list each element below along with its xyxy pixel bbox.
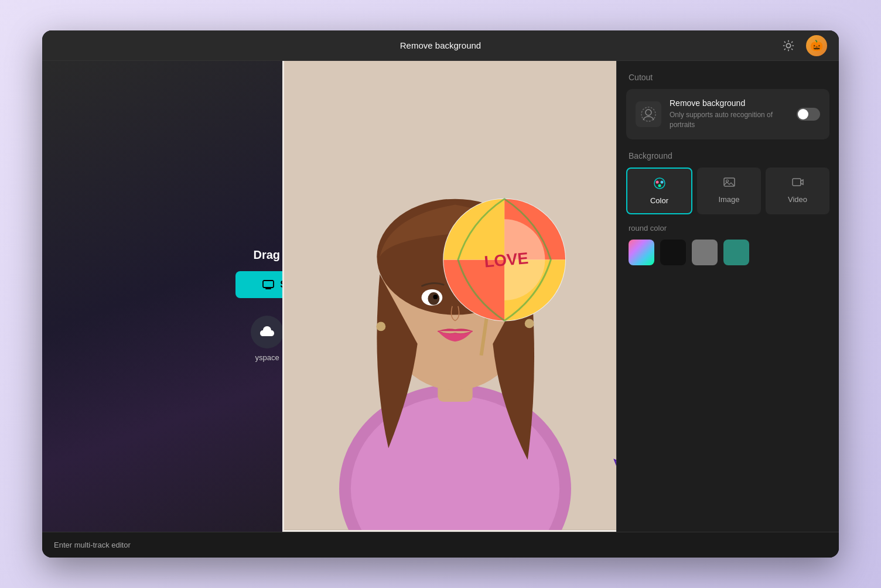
image-tab-label: Image — [718, 195, 739, 204]
color-section: round color — [617, 214, 839, 275]
svg-point-22 — [428, 292, 439, 305]
video-tab-icon — [791, 176, 804, 192]
image-tab-icon — [723, 176, 736, 192]
bottom-bar: Enter multi-track editor — [42, 532, 839, 558]
yspace-label: yspace — [255, 353, 279, 362]
svg-line-6 — [791, 49, 793, 50]
svg-point-43 — [726, 180, 728, 182]
bg-tab-image[interactable]: Image — [697, 167, 761, 214]
main-content: Drag and drop a video here Select from t… — [42, 61, 839, 532]
portrait-photo: LOVE — [284, 61, 616, 530]
color-tab-label: Color — [650, 196, 668, 205]
photo-overlay: LOVE — [282, 61, 616, 532]
svg-rect-10 — [263, 281, 274, 288]
cutout-info: Remove background Only supports auto rec… — [670, 98, 788, 130]
video-tab-label: Video — [788, 195, 807, 204]
bg-tab-video[interactable]: Video — [766, 167, 829, 214]
titlebar: Remove background 🎃 — [42, 30, 839, 61]
svg-point-40 — [660, 180, 663, 183]
color-swatches — [629, 240, 827, 265]
svg-point-28 — [376, 322, 385, 331]
app-window: Remove background 🎃 — [42, 30, 839, 558]
cutout-title: Remove background — [670, 98, 788, 108]
color-tab-icon — [653, 177, 666, 193]
svg-point-24 — [433, 295, 438, 299]
light-icon-btn[interactable] — [779, 36, 798, 55]
enter-editor-text[interactable]: Enter multi-track editor — [54, 541, 131, 549]
titlebar-actions: 🎃 — [779, 35, 827, 56]
svg-point-41 — [658, 184, 661, 187]
gray-swatch[interactable] — [692, 240, 718, 265]
background-tabs: Color Image — [626, 167, 829, 214]
black-swatch[interactable] — [660, 240, 686, 265]
user-avatar[interactable]: 🎃 — [806, 35, 827, 56]
svg-line-8 — [791, 41, 793, 42]
svg-point-29 — [525, 319, 534, 329]
remove-bg-toggle[interactable] — [797, 108, 820, 121]
portrait-icon — [636, 101, 661, 127]
svg-rect-44 — [793, 179, 801, 186]
upload-panel: Drag and drop a video here Select from t… — [42, 61, 616, 532]
bg-tab-color[interactable]: Color — [626, 167, 692, 214]
cutout-card: Remove background Only supports auto rec… — [626, 89, 829, 139]
svg-line-7 — [784, 49, 786, 50]
background-section-label: Background — [617, 139, 839, 167]
bg-color-label: round color — [629, 224, 827, 233]
svg-line-5 — [784, 41, 786, 42]
svg-point-0 — [786, 43, 790, 47]
svg-text:LOVE: LOVE — [483, 249, 529, 271]
svg-point-37 — [646, 110, 651, 115]
cutout-desc: Only supports auto recognition of portra… — [670, 110, 788, 130]
window-title: Remove background — [400, 40, 481, 50]
storage-item-yspace[interactable]: yspace — [251, 316, 284, 362]
svg-marker-35 — [614, 460, 616, 498]
avatar-emoji: 🎃 — [810, 39, 823, 52]
right-panel: Cutout Remove background Only supports a… — [616, 61, 839, 532]
gradient-swatch[interactable] — [629, 240, 654, 265]
yspace-icon — [251, 316, 284, 348]
svg-point-39 — [655, 180, 658, 183]
teal-swatch[interactable] — [723, 240, 749, 265]
cutout-section-label: Cutout — [617, 61, 839, 89]
